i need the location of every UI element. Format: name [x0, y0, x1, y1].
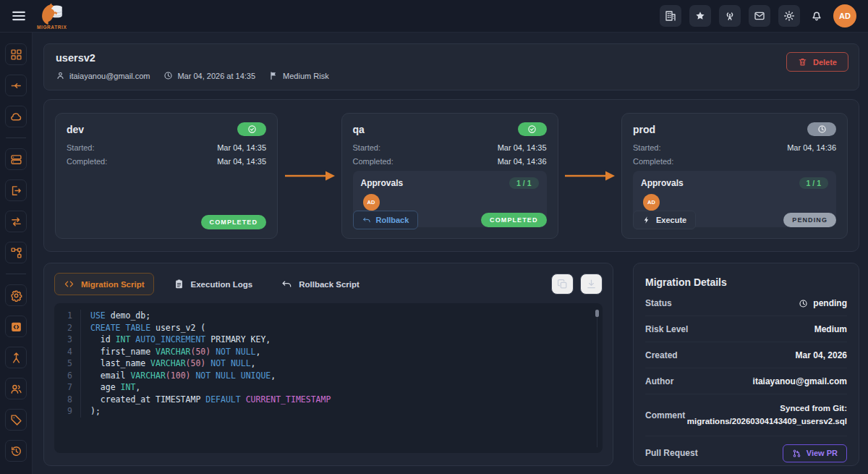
env-card-qa: qaStarted:Mar 04, 14:35Completed:Mar 04,… — [341, 113, 558, 239]
notifications-bell-icon[interactable] — [810, 9, 823, 22]
details-row-status: Statuspending — [645, 290, 847, 316]
user-avatar[interactable]: AD — [833, 4, 856, 27]
code-line: 8 created_at TIMESTAMP DEFAULT CURRENT_T… — [54, 394, 603, 406]
copy-button[interactable] — [551, 274, 574, 295]
details-row-pull-request: Pull RequestView PR — [645, 436, 847, 470]
code-line: 6 email VARCHAR(100) NOT NULL UNIQUE, — [54, 370, 603, 382]
details-row-author: Authoritaiayanou@gmail.com — [645, 368, 847, 394]
script-tabs: Migration ScriptExecution LogsRollback S… — [54, 273, 603, 295]
sidebar-swap-icon[interactable] — [5, 211, 27, 232]
scrollbar-thumb[interactable] — [595, 310, 599, 317]
approvals-title: Approvals — [641, 178, 684, 188]
details-label: Created — [645, 350, 678, 360]
environment-pipeline: devStarted:Mar 04, 14:35Completed:Mar 04… — [43, 99, 859, 252]
app-logo[interactable]: MIGRATRIX — [37, 0, 67, 33]
line-number: 4 — [54, 346, 80, 358]
migration-details-panel: Migration Details StatuspendingRisk Leve… — [633, 263, 859, 466]
sidebar-tag-icon[interactable] — [5, 409, 27, 431]
env-card-dev: devStarted:Mar 04, 14:35Completed:Mar 04… — [55, 113, 278, 239]
building-icon-button[interactable] — [660, 5, 681, 27]
star-icon-button[interactable] — [689, 5, 711, 27]
sidebar — [0, 33, 33, 474]
details-label: Pull Request — [645, 448, 698, 458]
details-label: Status — [645, 298, 672, 308]
sun-icon-button[interactable] — [778, 5, 800, 27]
details-row-risk-level: Risk LevelMedium — [645, 316, 847, 342]
details-title: Migration Details — [645, 276, 847, 288]
env-timestamp-row: Started:Mar 04, 14:35 — [353, 143, 547, 152]
sidebar-users-icon[interactable] — [5, 378, 27, 399]
pr-icon — [792, 449, 801, 458]
details-value: Medium — [814, 324, 847, 334]
sidebar-cloud-icon[interactable] — [5, 106, 27, 127]
sidebar-divider — [6, 137, 26, 138]
details-label: Risk Level — [645, 324, 688, 334]
tab-execution-logs[interactable]: Execution Logs — [164, 273, 263, 295]
approver-avatar[interactable]: AD — [363, 194, 380, 211]
approver-avatar[interactable]: AD — [643, 194, 660, 211]
env-name: qa — [353, 124, 365, 135]
env-name: dev — [67, 124, 84, 135]
antenna-icon-button[interactable] — [719, 5, 741, 27]
flag-icon — [269, 71, 278, 80]
rollback-button[interactable]: Rollback — [353, 211, 419, 229]
line-number: 9 — [54, 405, 80, 418]
brand-name: MIGRATRIX — [37, 25, 67, 30]
meta-clock: Mar 04, 2026 at 14:35 — [163, 71, 255, 80]
bolt-icon — [642, 216, 651, 224]
clipboard-icon — [174, 279, 184, 289]
sidebar-gear-icon[interactable] — [5, 284, 27, 306]
code-line: 7 age INT, — [54, 381, 603, 394]
code-icon — [64, 279, 75, 289]
line-number: 2 — [54, 322, 80, 334]
line-number: 8 — [54, 394, 80, 406]
env-status-badge: PENDING — [783, 213, 836, 227]
undo-icon — [362, 216, 371, 224]
code-toolbar — [551, 274, 603, 295]
env-status-checkCircle-icon — [237, 122, 266, 136]
env-card-prod: prodStarted:Mar 04, 14:36Completed:Appro… — [621, 113, 848, 239]
code-line: 3 id INT AUTO_INCREMENT PRIMARY KEY, — [54, 334, 603, 346]
sidebar-divider — [6, 274, 26, 274]
sidebar-servers-icon[interactable] — [5, 148, 27, 170]
mail-icon-button[interactable] — [749, 5, 770, 27]
line-number: 5 — [54, 357, 80, 370]
sidebar-history-icon[interactable] — [5, 440, 27, 462]
sidebar-plug-icon[interactable] — [5, 75, 27, 96]
delete-button[interactable]: Delete — [786, 52, 848, 72]
download-button[interactable] — [580, 274, 603, 295]
details-row-comment: CommentSynced from Git:migrations/202603… — [645, 394, 847, 436]
script-panel: Migration ScriptExecution LogsRollback S… — [43, 263, 613, 466]
env-status-badge: COMPLETED — [201, 215, 266, 229]
sidebar-flow-icon[interactable] — [5, 242, 27, 263]
logo-horse-database-icon — [38, 2, 66, 25]
env-status-clock-icon — [807, 122, 836, 136]
tab-rollback-script[interactable]: Rollback Script — [272, 273, 369, 295]
env-timestamp-row: Started:Mar 04, 14:36 — [633, 143, 836, 152]
sidebar-codeboard-icon[interactable] — [5, 316, 27, 337]
approvals-count-badge: 1 / 1 — [799, 177, 828, 189]
view-pr-button[interactable]: View PR — [783, 444, 847, 462]
details-value: Mar 04, 2026 — [796, 350, 847, 360]
meta-flag: Medium Risk — [269, 71, 329, 80]
details-label: Author — [645, 376, 673, 386]
execute-button[interactable]: Execute — [633, 211, 696, 229]
code-line: 9); — [54, 405, 603, 418]
code-line: 5 last_name VARCHAR(50) NOT NULL, — [54, 357, 603, 370]
undo-icon — [281, 279, 292, 289]
delete-label: Delete — [813, 58, 837, 67]
env-status-badge: COMPLETED — [481, 213, 546, 227]
env-timestamp-row: Completed: — [633, 157, 836, 166]
trash-icon — [798, 57, 807, 67]
scrollbar-track — [597, 309, 597, 447]
hamburger-menu-icon[interactable] — [11, 8, 27, 24]
sidebar-grid-icon[interactable] — [5, 43, 27, 65]
sidebar-fork-icon[interactable] — [5, 347, 27, 368]
pipeline-arrow-icon — [558, 113, 622, 238]
sql-code-viewer: 1USE demo_db;2CREATE TABLE users_v2 (3 i… — [54, 303, 603, 453]
meta-person: itaiayanou@gmail.com — [56, 71, 150, 80]
tab-migration-script[interactable]: Migration Script — [54, 273, 154, 295]
env-timestamp-row: Started:Mar 04, 14:35 — [67, 143, 266, 152]
sidebar-door-icon[interactable] — [5, 179, 27, 201]
env-status-checkCircle-icon — [518, 122, 547, 136]
